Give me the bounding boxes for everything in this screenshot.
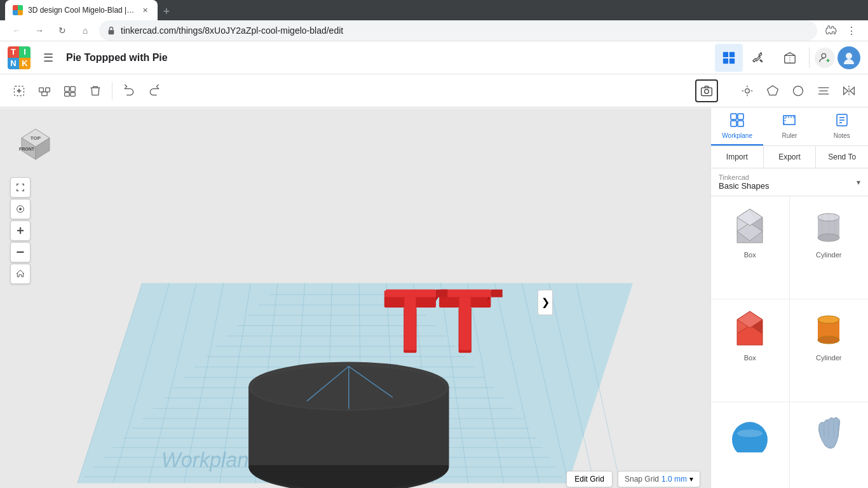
box-red-svg (728, 308, 772, 349)
shape-item-box-gray[interactable]: Box (711, 196, 790, 299)
active-tab[interactable]: 3D design Cool Migelo-Blad | Tin ✕ (5, 0, 158, 20)
logo-k: K (19, 58, 31, 69)
dropdown-arrow-icon: ▾ (857, 178, 860, 187)
svg-point-23 (705, 89, 709, 93)
grid-view-button[interactable] (715, 44, 743, 72)
orbit-button[interactable] (10, 199, 31, 219)
pentagon-icon (766, 85, 779, 97)
add-user-button[interactable] (815, 48, 835, 68)
screenshot-button[interactable] (695, 79, 718, 102)
extensions-button[interactable] (822, 22, 840, 39)
url-bar[interactable]: tinkercad.com/things/8xUoJY2aZpl-cool-mi… (99, 20, 817, 41)
cylinder-orange-preview (803, 307, 854, 351)
svg-rect-114 (738, 121, 743, 126)
logo-i: I (19, 46, 31, 58)
box-gray-svg (728, 206, 772, 247)
panel-collapse-button[interactable]: ❯ (538, 290, 553, 315)
person-add-icon (818, 51, 831, 64)
shape-tool-button[interactable] (761, 79, 784, 102)
viewport-panel: Workplane (0, 107, 710, 488)
ruler-icon (782, 112, 797, 128)
shape-item-box-red[interactable]: Box (711, 299, 790, 402)
menu-button[interactable]: ⋮ (843, 22, 860, 39)
shape-item-hand[interactable] (790, 402, 869, 488)
tab-close-button[interactable]: ✕ (140, 5, 150, 15)
hand-svg (806, 411, 851, 452)
new-shape-button[interactable] (8, 79, 31, 102)
hand-preview (803, 410, 854, 454)
lock-icon (107, 26, 116, 35)
svg-rect-98 (386, 290, 436, 297)
zoom-in-button[interactable]: + (10, 220, 31, 241)
align-button[interactable] (812, 79, 835, 102)
tools-icon (752, 51, 766, 65)
mirror-button[interactable] (837, 79, 860, 102)
light-icon (741, 85, 754, 97)
shape-item-cylinder-orange[interactable]: Cylinder (790, 299, 869, 402)
design-title: Pie Toppped with Pie (66, 52, 709, 64)
grid-icon (722, 51, 736, 65)
send-to-button[interactable]: Send To (816, 146, 868, 168)
home-view-button[interactable] (10, 264, 31, 284)
puzzle-icon (825, 25, 837, 36)
edit-grid-button[interactable]: Edit Grid (566, 471, 613, 487)
svg-rect-2 (729, 51, 735, 57)
import-button[interactable]: Import (711, 146, 764, 168)
snap-grid-arrow[interactable]: ▾ (689, 475, 693, 484)
tab-notes[interactable]: Notes (816, 107, 868, 146)
hamburger-menu[interactable]: ☰ (37, 46, 60, 69)
tab-title: 3D design Cool Migelo-Blad | Tin (28, 6, 135, 15)
redo-icon (148, 85, 161, 97)
undo-icon (123, 85, 135, 97)
shape-item-sphere-blue[interactable] (711, 402, 790, 488)
delete-icon (89, 85, 102, 97)
orbit-icon (15, 204, 25, 214)
ungroup-button[interactable] (58, 79, 81, 102)
svg-text:Workplane: Workplane (161, 449, 260, 471)
zoom-out-button[interactable]: − (10, 242, 31, 262)
box-red-preview (724, 307, 775, 351)
tab-favicon (13, 5, 23, 15)
group-button[interactable] (33, 79, 56, 102)
notes-tab-label: Notes (834, 132, 850, 139)
export-button[interactable]: Export (764, 146, 817, 168)
reload-button[interactable]: ↻ (53, 22, 71, 39)
light-button[interactable] (736, 79, 759, 102)
delete-button[interactable] (84, 79, 107, 102)
url-text: tinkercad.com/things/8xUoJY2aZpl-cool-mi… (121, 25, 810, 36)
back-button[interactable]: ← (8, 22, 25, 39)
svg-rect-3 (723, 58, 728, 63)
tab-workplane[interactable]: Workplane (711, 107, 763, 146)
svg-rect-21 (71, 92, 76, 96)
zoom-controls: + − (10, 177, 31, 284)
circle-tool-button[interactable] (787, 79, 810, 102)
undo-button[interactable] (118, 79, 140, 102)
tools-button[interactable] (745, 44, 773, 72)
shape-item-cylinder-gray[interactable]: Cylinder (790, 196, 869, 299)
cylinder-orange-label: Cylinder (816, 354, 841, 362)
svg-rect-0 (109, 30, 114, 34)
shapes-category-value: Basic Shapes (719, 181, 857, 191)
svg-point-8 (822, 53, 826, 58)
snap-grid-value[interactable]: 1.0 mm (661, 475, 687, 484)
svg-rect-111 (731, 114, 736, 119)
shapes-dropdown[interactable]: Tinkercad Basic Shapes ▾ (711, 168, 868, 196)
3d-print-button[interactable] (776, 44, 804, 72)
logo-n: N (8, 58, 19, 69)
view-cube[interactable]: TOP FRONT (10, 118, 61, 168)
tab-ruler[interactable]: Ruler (763, 107, 815, 146)
home-button[interactable]: ⌂ (76, 22, 94, 39)
box-gray-label: Box (744, 251, 756, 259)
user-avatar[interactable] (837, 46, 860, 69)
svg-rect-18 (65, 86, 70, 92)
fit-view-button[interactable] (10, 177, 31, 198)
avatar-icon (841, 50, 857, 65)
svg-rect-16 (46, 88, 50, 92)
ungroup-icon (64, 85, 76, 97)
forward-button[interactable]: → (31, 22, 48, 39)
workplane-svg: Workplane (0, 107, 710, 488)
new-tab-button[interactable]: + (158, 3, 175, 20)
home-icon (15, 269, 25, 279)
redo-button[interactable] (143, 79, 166, 102)
ruler-tab-label: Ruler (782, 132, 797, 139)
